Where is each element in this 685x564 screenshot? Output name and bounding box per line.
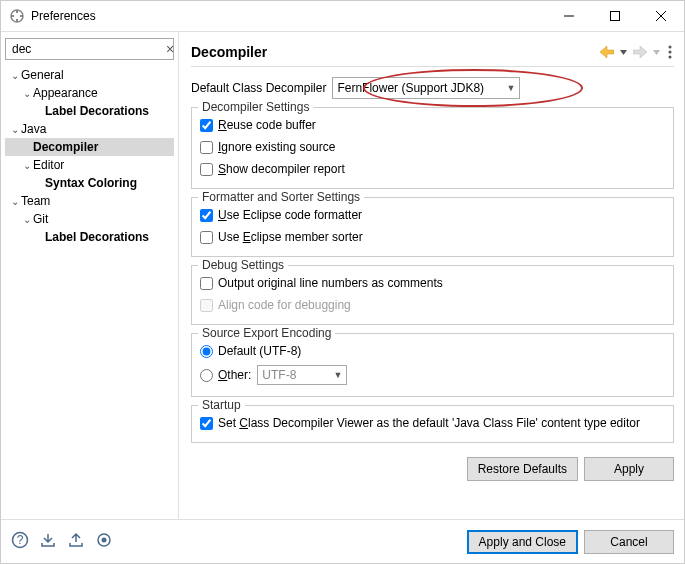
export-icon[interactable] xyxy=(67,531,85,552)
svg-point-13 xyxy=(669,46,672,49)
expand-icon[interactable]: ⌄ xyxy=(21,88,33,99)
expand-icon[interactable]: ⌄ xyxy=(9,124,21,135)
forward-icon[interactable] xyxy=(633,46,647,58)
tree-label: Label Decorations xyxy=(45,104,149,118)
use-eclipse-formatter-checkbox[interactable]: Use Eclipse code formatter xyxy=(200,204,665,226)
tree-label: Java xyxy=(21,122,46,136)
chevron-down-icon: ▼ xyxy=(333,370,342,380)
svg-point-14 xyxy=(669,51,672,54)
apply-button[interactable]: Apply xyxy=(584,457,674,481)
titlebar: Preferences xyxy=(1,1,684,31)
page-title: Decompiler xyxy=(191,44,600,60)
tree-item[interactable]: Label Decorations xyxy=(5,228,174,246)
sidebar: × ⌄General⌄AppearanceLabel Decorations⌄J… xyxy=(1,32,179,519)
tree-label: Decompiler xyxy=(33,140,98,154)
svg-marker-12 xyxy=(653,50,660,55)
formatter-settings-group: Formatter and Sorter Settings Use Eclips… xyxy=(191,197,674,257)
tree-label: Syntax Coloring xyxy=(45,176,137,190)
close-button[interactable] xyxy=(638,1,684,31)
svg-marker-11 xyxy=(633,46,647,58)
restore-defaults-button[interactable]: Restore Defaults xyxy=(467,457,578,481)
reuse-code-buffer-checkbox[interactable]: Reuse code buffer xyxy=(200,114,665,136)
main-panel: Decompiler Default Class Decompiler Fern… xyxy=(179,32,684,519)
preferences-tree: ⌄General⌄AppearanceLabel Decorations⌄Jav… xyxy=(5,66,174,513)
tree-label: Git xyxy=(33,212,48,226)
svg-rect-1 xyxy=(16,10,18,13)
svg-rect-4 xyxy=(20,15,23,17)
tree-item[interactable]: ⌄Git xyxy=(5,210,174,228)
tree-label: General xyxy=(21,68,64,82)
expand-icon[interactable]: ⌄ xyxy=(21,160,33,171)
set-default-viewer-checkbox[interactable]: Set Class Decompiler Viewer as the defau… xyxy=(200,412,665,434)
svg-point-19 xyxy=(102,538,107,543)
group-title: Startup xyxy=(198,398,245,412)
combo-value: FernFlower (Support JDK8) xyxy=(337,81,484,95)
preferences-icon xyxy=(9,8,25,24)
encoding-other-radio[interactable]: Other: xyxy=(200,364,251,386)
cancel-button[interactable]: Cancel xyxy=(584,530,674,554)
svg-point-15 xyxy=(669,56,672,59)
tree-item[interactable]: Syntax Coloring xyxy=(5,174,174,192)
apply-and-close-button[interactable]: Apply and Close xyxy=(467,530,578,554)
minimize-button[interactable] xyxy=(546,1,592,31)
chevron-down-icon: ▼ xyxy=(506,83,515,93)
tree-item[interactable]: ⌄Team xyxy=(5,192,174,210)
source-export-group: Source Export Encoding Default (UTF-8) O… xyxy=(191,333,674,397)
tree-item[interactable]: ⌄Java xyxy=(5,120,174,138)
tree-label: Editor xyxy=(33,158,64,172)
encoding-other-combo[interactable]: UTF-8 ▼ xyxy=(257,365,347,385)
filter-text[interactable] xyxy=(10,41,164,57)
nav-icons xyxy=(600,45,674,59)
tree-label: Team xyxy=(21,194,50,208)
import-icon[interactable] xyxy=(39,531,57,552)
startup-group: Startup Set Class Decompiler Viewer as t… xyxy=(191,405,674,443)
encoding-default-radio[interactable]: Default (UTF-8) xyxy=(200,340,665,362)
back-icon[interactable] xyxy=(600,46,614,58)
group-title: Source Export Encoding xyxy=(198,326,335,340)
output-line-numbers-checkbox[interactable]: Output original line numbers as comments xyxy=(200,272,665,294)
svg-rect-6 xyxy=(611,12,620,21)
group-title: Debug Settings xyxy=(198,258,288,272)
group-title: Decompiler Settings xyxy=(198,100,313,114)
svg-rect-2 xyxy=(16,19,18,22)
window-title: Preferences xyxy=(31,9,546,23)
expand-icon[interactable]: ⌄ xyxy=(21,214,33,225)
default-decompiler-label: Default Class Decompiler xyxy=(191,81,326,95)
filter-input[interactable]: × xyxy=(5,38,174,60)
tree-item[interactable]: ⌄Editor xyxy=(5,156,174,174)
forward-menu-icon[interactable] xyxy=(653,50,660,55)
tree-label: Label Decorations xyxy=(45,230,149,244)
decompiler-settings-group: Decompiler Settings Reuse code buffer Ig… xyxy=(191,107,674,189)
group-title: Formatter and Sorter Settings xyxy=(198,190,364,204)
help-icon[interactable]: ? xyxy=(11,531,29,552)
show-decompiler-report-checkbox[interactable]: Show decompiler report xyxy=(200,158,665,180)
svg-rect-3 xyxy=(11,15,14,17)
tree-item[interactable]: Decompiler xyxy=(5,138,174,156)
expand-icon[interactable]: ⌄ xyxy=(9,196,21,207)
align-code-checkbox: Align code for debugging xyxy=(200,294,665,316)
oomph-icon[interactable] xyxy=(95,531,113,552)
default-decompiler-combo[interactable]: FernFlower (Support JDK8) ▼ xyxy=(332,77,520,99)
maximize-button[interactable] xyxy=(592,1,638,31)
ignore-existing-source-checkbox[interactable]: Ignore existing source xyxy=(200,136,665,158)
tree-item[interactable]: ⌄General xyxy=(5,66,174,84)
svg-text:?: ? xyxy=(17,533,24,547)
use-eclipse-sorter-checkbox[interactable]: Use Eclipse member sorter xyxy=(200,226,665,248)
tree-item[interactable]: ⌄Appearance xyxy=(5,84,174,102)
view-menu-icon[interactable] xyxy=(666,45,674,59)
svg-marker-10 xyxy=(620,50,627,55)
debug-settings-group: Debug Settings Output original line numb… xyxy=(191,265,674,325)
tree-item[interactable]: Label Decorations xyxy=(5,102,174,120)
tree-label: Appearance xyxy=(33,86,98,100)
clear-filter-icon[interactable]: × xyxy=(164,41,176,57)
svg-marker-9 xyxy=(600,46,614,58)
back-menu-icon[interactable] xyxy=(620,50,627,55)
footer: ? Apply and Close Cancel xyxy=(1,519,684,563)
expand-icon[interactable]: ⌄ xyxy=(9,70,21,81)
